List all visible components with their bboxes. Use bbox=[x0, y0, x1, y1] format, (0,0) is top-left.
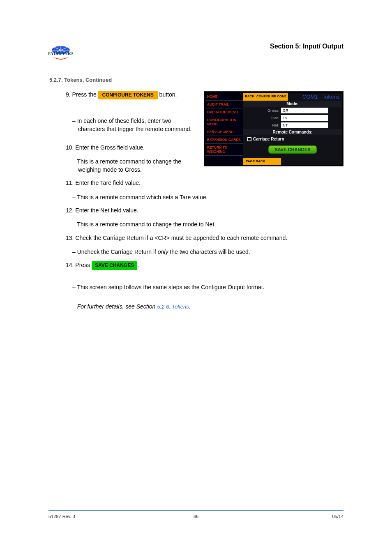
configure-tokens-button-ref: CONFIGURE TOKENS bbox=[98, 91, 158, 99]
ss-mode-label: Mode: bbox=[243, 101, 342, 107]
step-9-prefix: 9. Press the bbox=[66, 91, 97, 98]
ss-side-operator-menu[interactable]: OPERATOR MENU bbox=[205, 108, 243, 116]
step-14-prefix: 14. Press bbox=[66, 262, 90, 268]
ss-back-configure-com1-button[interactable]: BACK: CONFIGURE COM1 bbox=[243, 93, 288, 101]
step-11: 11. Enter the Tare field value. bbox=[66, 179, 339, 187]
dash-5: – Uncheck the Carriage Return if only th… bbox=[78, 248, 339, 256]
fairbanks-logo: FAIRBANKS bbox=[48, 44, 73, 63]
step-9-suffix: button. bbox=[159, 91, 177, 98]
step-14: 14. Press SAVE CHANGES. bbox=[66, 261, 339, 270]
ss-side-home[interactable]: HOME bbox=[205, 93, 243, 101]
header-rule bbox=[80, 52, 344, 52]
ss-side-expansion-cards[interactable]: EXPANSION CARDS bbox=[205, 136, 243, 144]
ss-net-input[interactable]: NT bbox=[281, 122, 328, 128]
footer-date: 05/14 bbox=[332, 514, 344, 519]
ss-side-service-menu[interactable]: SERVICE MENU bbox=[205, 128, 243, 136]
subsection-heading: 5.2.7. Tokens, Continued bbox=[49, 77, 112, 83]
dash-1: – In each one of these fields, enter two… bbox=[78, 117, 193, 134]
ss-title: COM1 - Tokens bbox=[288, 93, 342, 101]
dash-7: – For further details, see Section 5.2.6… bbox=[78, 302, 339, 311]
section-link[interactable]: 5.2.6. Tokens bbox=[157, 303, 189, 309]
ss-sidebar: HOME AUDIT TRAIL OPERATOR MENU CONFIGURA… bbox=[205, 93, 243, 165]
ss-gross-input[interactable]: GR bbox=[281, 108, 328, 113]
section-title: Section 5: Input/ Output bbox=[270, 43, 344, 50]
step-14-suffix: . bbox=[137, 262, 139, 268]
ss-gross-label: Gross: bbox=[245, 108, 281, 113]
ss-tare-label: Tare: bbox=[245, 115, 281, 121]
ss-remote-commands-label: Remote Commands: bbox=[243, 129, 342, 135]
ss-net-label: Net: bbox=[245, 122, 281, 128]
ss-carriage-return-label: Carriage Return bbox=[253, 137, 284, 141]
step-12: 12. Enter the Net field value. bbox=[66, 206, 339, 214]
ss-save-changes-button[interactable]: SAVE CHANGES bbox=[268, 145, 316, 154]
ss-page-back-button[interactable]: PAGE BACK bbox=[243, 158, 281, 165]
dash-2: – This is a remote command to change the… bbox=[78, 157, 193, 174]
com1-tokens-screenshot: HOME AUDIT TRAIL OPERATOR MENU CONFIGURA… bbox=[204, 91, 344, 166]
ss-tare-input[interactable]: TA bbox=[281, 115, 328, 121]
dash-4: – This is a remote command to change the… bbox=[78, 220, 339, 228]
ss-carriage-return-checkbox[interactable] bbox=[247, 137, 251, 141]
footer-rule bbox=[48, 510, 344, 511]
dash-3: – This is a remote command which sets a … bbox=[78, 193, 339, 201]
ss-side-configuration-menu[interactable]: CONFIGURATION MENU bbox=[205, 116, 243, 128]
step-13: 13. Check the Carriage Return if a <CR> … bbox=[66, 234, 339, 242]
svg-text:FAIRBANKS: FAIRBANKS bbox=[48, 51, 73, 56]
ss-side-audit-trail[interactable]: AUDIT TRAIL bbox=[205, 101, 243, 108]
dash-6: – This screen setup follows the same ste… bbox=[78, 283, 339, 291]
ss-side-return-weighing[interactable]: RETURN TO WEIGHING bbox=[205, 144, 243, 156]
save-changes-button-ref: SAVE CHANGES bbox=[92, 261, 137, 270]
